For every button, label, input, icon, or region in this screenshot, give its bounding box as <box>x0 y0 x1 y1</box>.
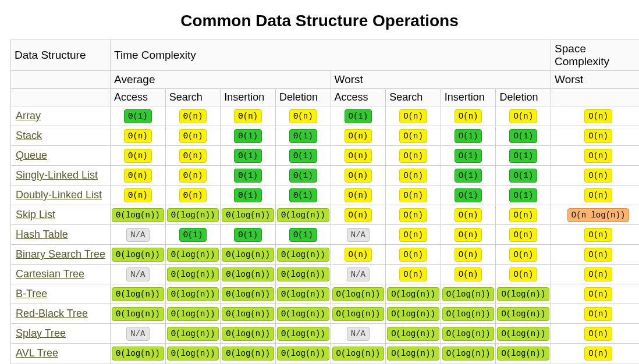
complexity-cell: Θ(n) <box>111 146 166 166</box>
complexity-pill: Θ(log(n)) <box>277 347 329 361</box>
ds-link[interactable]: Queue <box>16 149 47 161</box>
header-blank-2 <box>11 89 111 106</box>
complexity-pill: Θ(n) <box>179 109 207 123</box>
complexity-pill: O(n) <box>399 208 427 222</box>
header-space-worst: Worst <box>551 71 639 89</box>
complexity-cell: O(log(n)) <box>441 304 496 324</box>
complexity-pill: Θ(n) <box>124 188 152 202</box>
complexity-cell: Θ(log(n)) <box>111 284 166 304</box>
complexity-pill: Θ(log(n)) <box>222 307 274 321</box>
complexity-cell: O(log(n)) <box>496 344 551 363</box>
complexity-cell: O(log(n)) <box>441 284 496 304</box>
ds-name-cell: Queue <box>11 146 111 166</box>
complexity-pill: O(log(n)) <box>497 287 549 301</box>
table-row: Hash TableN/AΘ(1)Θ(1)Θ(1)N/AO(n)O(n)O(n)… <box>11 225 640 245</box>
complexity-cell: O(n) <box>386 106 441 126</box>
complexity-cell: Θ(log(n)) <box>111 344 166 363</box>
complexity-pill: Θ(log(n)) <box>277 208 329 222</box>
complexity-pill: Θ(log(n)) <box>112 208 164 222</box>
table-row: Singly-Linked ListΘ(n)Θ(n)Θ(1)Θ(1)O(n)O(… <box>11 166 640 185</box>
complexity-cell: O(n) <box>331 205 386 225</box>
complexity-cell: Θ(n) <box>165 166 221 185</box>
complexity-cell: O(1) <box>496 146 551 166</box>
complexity-pill: Θ(n) <box>234 109 262 123</box>
complexity-pill: O(log(n)) <box>497 307 549 321</box>
complexity-pill: O(n) <box>509 208 537 222</box>
ds-link[interactable]: Skip List <box>16 209 55 220</box>
complexity-cell: Θ(log(n)) <box>221 304 276 324</box>
complexity-cell: O(n) <box>331 245 386 265</box>
complexity-cell: O(1) <box>441 185 496 205</box>
complexity-pill: O(log(n)) <box>497 347 549 361</box>
complexity-pill: O(n) <box>584 228 612 242</box>
complexity-pill: O(n) <box>345 149 372 163</box>
complexity-cell: Θ(log(n)) <box>221 205 276 225</box>
ds-link[interactable]: Singly-Linked List <box>16 169 98 181</box>
complexity-cell: O(1) <box>441 146 496 166</box>
complexity-pill: Θ(log(n)) <box>112 347 164 361</box>
complexity-cell: O(n) <box>386 225 441 245</box>
complexity-pill: O(1) <box>455 129 482 143</box>
ds-name-cell: Red-Black Tree <box>11 304 111 324</box>
complexity-cell: Θ(1) <box>275 225 331 245</box>
header-time-complexity: Time Complexity <box>111 40 551 71</box>
complexity-pill: N/A <box>126 228 149 242</box>
complexity-pill: O(1) <box>345 109 372 123</box>
header-average: Average <box>111 71 331 89</box>
complexity-pill: O(n) <box>584 149 612 163</box>
ds-link[interactable]: Doubly-Linked List <box>16 189 102 201</box>
complexity-cell: Θ(n) <box>275 106 331 126</box>
complexity-cell: Θ(n) <box>111 126 166 146</box>
ds-link[interactable]: Array <box>16 110 41 122</box>
complexity-pill: Θ(log(n)) <box>277 248 329 262</box>
complexity-pill: N/A <box>347 228 370 242</box>
complexity-cell: Θ(n) <box>111 185 166 205</box>
complexity-pill: O(n) <box>584 129 612 143</box>
ds-link[interactable]: Splay Tree <box>16 327 66 339</box>
complexity-pill: O(n) <box>455 208 482 222</box>
complexity-pill: O(log(n)) <box>442 327 495 341</box>
complexity-pill: N/A <box>347 267 370 281</box>
complexity-pill: O(n) <box>584 347 612 361</box>
ds-name-cell: Cartesian Tree <box>11 265 111 284</box>
table-row: QueueΘ(n)Θ(n)Θ(1)Θ(1)O(n)O(n)O(1)O(1)O(n… <box>11 146 640 166</box>
complexity-pill: Θ(n) <box>124 149 152 163</box>
ds-name-cell: Binary Search Tree <box>11 245 111 265</box>
ds-link[interactable]: Binary Search Tree <box>16 248 105 260</box>
complexity-cell: Θ(1) <box>221 146 276 166</box>
complexity-pill: Θ(log(n)) <box>222 267 274 281</box>
table-row: B-TreeΘ(log(n))Θ(log(n))Θ(log(n))Θ(log(n… <box>11 284 640 304</box>
complexity-cell: Θ(log(n)) <box>165 304 221 324</box>
table-row: Skip ListΘ(log(n))Θ(log(n))Θ(log(n))Θ(lo… <box>11 205 640 225</box>
complexity-cell: O(1) <box>331 106 386 126</box>
complexity-pill: Θ(n) <box>179 149 207 163</box>
ds-link[interactable]: Stack <box>16 130 42 141</box>
complexity-cell: O(n) <box>441 265 496 284</box>
complexity-cell: Θ(1) <box>221 166 276 185</box>
ds-name-cell: Array <box>11 106 111 126</box>
ds-link[interactable]: AVL Tree <box>16 347 58 359</box>
header-op-avg-deletion: Deletion <box>275 89 331 106</box>
header-op-worst-insertion: Insertion <box>441 89 496 106</box>
complexity-pill: O(n) <box>455 228 482 242</box>
ds-link[interactable]: B-Tree <box>16 288 47 299</box>
space-complexity-cell: O(n) <box>551 245 639 265</box>
complexity-cell: O(log(n)) <box>496 304 551 324</box>
table-row: Red-Black TreeΘ(log(n))Θ(log(n))Θ(log(n)… <box>11 304 640 324</box>
complexity-pill: O(log(n)) <box>387 307 439 321</box>
complexity-cell: Θ(log(n)) <box>165 205 221 225</box>
ds-link[interactable]: Red-Black Tree <box>16 308 88 319</box>
complexity-cell: O(n) <box>441 205 496 225</box>
complexity-cell: O(n) <box>496 225 551 245</box>
complexity-cell: Θ(log(n)) <box>275 284 331 304</box>
complexity-pill: Θ(1) <box>289 228 317 242</box>
complexity-pill: O(log(n)) <box>332 347 385 361</box>
complexity-cell: O(n) <box>386 185 441 205</box>
complexity-pill: O(log(n)) <box>332 287 385 301</box>
complexity-pill: O(1) <box>509 169 537 183</box>
ds-link[interactable]: Hash Table <box>16 229 68 240</box>
ds-link[interactable]: Cartesian Tree <box>16 268 84 280</box>
complexity-pill: O(log(n)) <box>442 347 495 361</box>
complexity-pill: O(n) <box>455 267 482 281</box>
complexity-pill: Θ(log(n)) <box>167 327 219 341</box>
